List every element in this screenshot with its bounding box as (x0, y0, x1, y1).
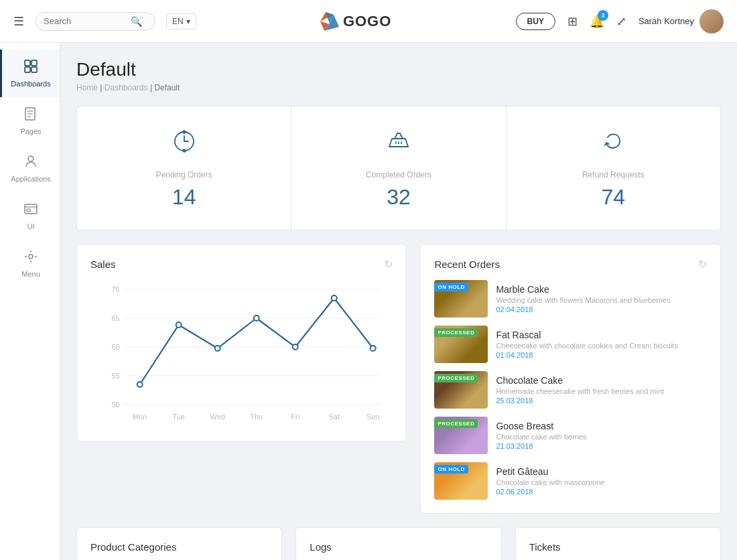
orders-refresh-icon[interactable]: ↻ (698, 258, 707, 271)
svg-text:Mon: Mon (133, 413, 147, 421)
sidebar: Dashboards Pages Applications (0, 43, 60, 560)
recent-orders-card: Recent Orders ↻ ON HOLD Marble Cake Wedd… (420, 244, 721, 514)
order-date-fatrascal: 01.04.2018 (496, 351, 707, 359)
chart-wrapper: 70 65 60 55 50 Mon (90, 280, 393, 427)
svg-rect-7 (31, 67, 37, 72)
search-input[interactable] (44, 16, 131, 26)
order-desc-petit: Chocolate cake with mascarpone (496, 478, 707, 486)
page-title: Default (76, 59, 721, 80)
notification-badge: 3 (598, 10, 608, 21)
tickets-title: Tickets (529, 541, 561, 553)
order-name-choco: Chocolate Cake (496, 375, 707, 386)
stat-value-pending: 14 (172, 185, 196, 210)
svg-point-16 (29, 255, 33, 259)
recent-orders-title: Recent Orders (434, 259, 500, 270)
chevron-down-icon: ▾ (186, 17, 190, 26)
sales-chart-header: Sales ↻ (90, 258, 393, 271)
order-desc-marble: Wedding cake with flowers Macarons and b… (496, 296, 707, 304)
svg-text:Thu: Thu (250, 413, 263, 421)
sales-chart-title: Sales (90, 259, 116, 270)
order-info-fatrascal: Fat Rascal Cheesecake with chocolate coo… (496, 330, 707, 359)
order-thumbnail-petit: ON HOLD (434, 462, 488, 500)
sales-chart-card: Sales ↻ 70 65 60 55 50 (76, 244, 407, 441)
tickets-card: Tickets Mayra Sibley 09.08.2018 - 12:45 (515, 527, 721, 560)
breadcrumb-home[interactable]: Home (76, 83, 98, 92)
svg-text:Wed: Wed (210, 413, 225, 421)
order-info-goose: Goose Breast Chocolate cake with berries… (496, 421, 707, 450)
orders-list: ON HOLD Marble Cake Wedding cake with fl… (434, 280, 707, 500)
grid-icon: ⊞ (567, 15, 578, 28)
order-info-choco: Chocolate Cake Homemade cheesecake with … (496, 375, 707, 405)
expand-icon: ⤢ (616, 15, 626, 28)
ui-icon (23, 202, 38, 220)
sidebar-label-ui: UI (27, 222, 35, 230)
order-item-choco: PROCESSED Chocolate Cake Homemade cheese… (434, 371, 707, 409)
expand-icon-button[interactable]: ⤢ (616, 14, 626, 29)
stat-card-pending: Pending Orders 14 (77, 107, 291, 230)
svg-text:55: 55 (111, 372, 119, 380)
svg-point-47 (176, 322, 182, 328)
notifications-button[interactable]: 🔔 3 (590, 14, 604, 29)
product-categories-card: Product Categories (76, 527, 282, 560)
svg-text:Sun: Sun (366, 413, 380, 421)
order-info-marble: Marble Cake Wedding cake with flowers Ma… (496, 284, 707, 313)
page-header: Default Home | Dashboards | Default (76, 59, 721, 92)
applications-icon (23, 154, 38, 172)
svg-point-49 (254, 316, 259, 321)
top-navigation: ☰ 🔍 EN ▾ GOGO BUY ⊞ 🔔 3 (0, 0, 737, 43)
order-item-petit: ON HOLD Petit Gâteau Chocolate cake with… (434, 462, 707, 500)
sales-chart-svg: 70 65 60 55 50 Mon (90, 280, 393, 427)
sidebar-label-applications: Applications (11, 175, 50, 183)
sidebar-item-ui[interactable]: UI (0, 192, 60, 240)
search-box: 🔍 (35, 12, 155, 31)
buy-button[interactable]: BUY (516, 13, 555, 30)
grid-icon-button[interactable]: ⊞ (567, 14, 578, 29)
breadcrumb-section[interactable]: Dashboards (105, 83, 148, 92)
order-badge-onhold-marble: ON HOLD (434, 283, 468, 291)
order-item-fatrascal: PROCESSED Fat Rascal Cheesecake with cho… (434, 326, 707, 363)
topnav-right: BUY ⊞ 🔔 3 ⤢ Sarah Kortney (516, 9, 724, 33)
svg-rect-15 (27, 209, 30, 212)
logs-title: Logs (310, 541, 332, 553)
stats-row: Pending Orders 14 Completed Orders 32 (76, 106, 721, 230)
order-date-choco: 25.03.2018 (496, 397, 707, 405)
order-date-petit: 02.06.2018 (496, 488, 707, 496)
stat-label-refund: Refund Requests (582, 170, 645, 180)
stat-card-refund: Refund Requests 74 (507, 107, 720, 230)
stat-card-completed: Completed Orders 32 (291, 107, 506, 230)
search-icon: 🔍 (131, 16, 142, 27)
order-name-fatrascal: Fat Rascal (496, 330, 707, 340)
avatar (699, 9, 724, 33)
order-thumbnail-choco: PROCESSED (434, 371, 488, 409)
refresh-icon[interactable]: ↻ (384, 258, 393, 271)
order-name-goose: Goose Breast (496, 421, 707, 431)
svg-text:60: 60 (111, 343, 119, 351)
sidebar-item-dashboards[interactable]: Dashboards (0, 50, 60, 97)
recent-orders-section: Recent Orders ↻ ON HOLD Marble Cake Wedd… (420, 244, 721, 514)
stat-label-completed: Completed Orders (366, 170, 431, 180)
svg-text:70: 70 (111, 285, 119, 293)
hamburger-icon[interactable]: ☰ (13, 14, 24, 29)
basket-icon (384, 127, 413, 162)
language-selector[interactable]: EN ▾ (166, 13, 196, 29)
order-desc-choco: Homemade cheesecake with fresh berries a… (496, 387, 707, 395)
order-badge-onhold-petit: ON HOLD (434, 465, 468, 474)
order-date-goose: 21.03.2018 (496, 442, 707, 450)
sidebar-item-applications[interactable]: Applications (0, 145, 60, 192)
svg-text:65: 65 (111, 314, 119, 322)
order-badge-processed-choco: PROCESSED (434, 374, 478, 382)
recent-orders-header: Recent Orders ↻ (434, 258, 707, 271)
sidebar-item-menu[interactable]: Menu (0, 240, 60, 287)
logo[interactable]: GOGO (320, 12, 391, 31)
order-date-marble: 02.04.2018 (496, 305, 707, 313)
dashboard-icon (23, 59, 38, 77)
sidebar-item-pages[interactable]: Pages (0, 97, 60, 145)
bottom-row: Product Categories Logs (76, 527, 721, 560)
svg-text:Fri: Fri (291, 413, 299, 421)
topnav-center: GOGO (196, 12, 516, 31)
order-info-petit: Petit Gâteau Chocolate cake with mascarp… (496, 466, 707, 496)
menu-icon (23, 249, 38, 267)
stat-value-refund: 74 (602, 185, 626, 210)
user-profile[interactable]: Sarah Kortney (639, 9, 724, 33)
order-name-petit: Petit Gâteau (496, 466, 707, 477)
